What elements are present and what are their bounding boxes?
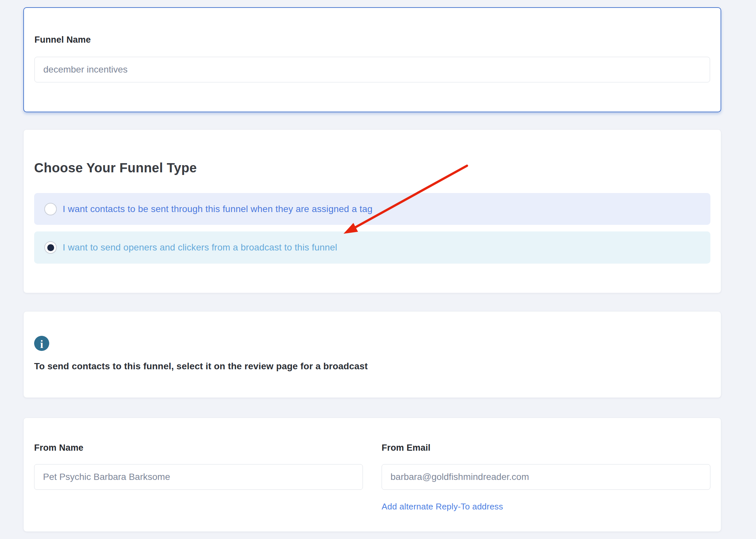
sender-card: From Name From Email Add alternate Reply… (23, 418, 721, 532)
info-text: To send contacts to this funnel, select … (34, 361, 711, 372)
info-icon: i (34, 336, 49, 351)
funnel-name-input[interactable] (34, 57, 710, 82)
add-reply-to-link[interactable]: Add alternate Reply-To address (381, 501, 503, 512)
from-name-label: From Name (34, 442, 363, 453)
funnel-type-option-broadcast[interactable]: I want to send openers and clickers from… (34, 231, 711, 264)
funnel-type-option-tag[interactable]: I want contacts to be sent through this … (34, 193, 711, 225)
funnel-type-option-broadcast-label: I want to send openers and clickers from… (63, 242, 337, 253)
funnel-name-card: Funnel Name (23, 7, 721, 112)
from-email-input[interactable] (381, 464, 711, 490)
funnel-name-label: Funnel Name (34, 35, 710, 45)
from-name-group: From Name (34, 442, 363, 512)
from-name-input[interactable] (34, 464, 363, 490)
from-email-group: From Email Add alternate Reply-To addres… (381, 442, 711, 512)
radio-dot (47, 244, 54, 251)
svg-text:i: i (40, 338, 43, 350)
funnel-type-card: Choose Your Funnel Type I want contacts … (23, 129, 721, 293)
radio-unselected-icon[interactable] (44, 203, 57, 215)
funnel-type-option-tag-label: I want contacts to be sent through this … (63, 204, 373, 214)
from-email-label: From Email (381, 442, 711, 453)
info-card: i To send contacts to this funnel, selec… (23, 311, 721, 398)
funnel-type-heading: Choose Your Funnel Type (34, 160, 711, 176)
form-content: Funnel Name Choose Your Funnel Type I wa… (23, 0, 721, 532)
radio-selected-icon[interactable] (44, 241, 57, 254)
